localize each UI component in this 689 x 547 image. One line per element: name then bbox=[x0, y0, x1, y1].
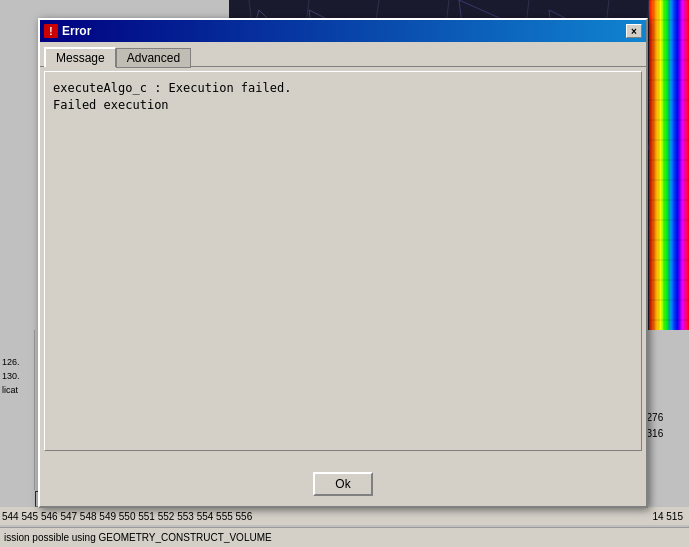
tab-bar: Message Advanced bbox=[40, 42, 646, 67]
tab-advanced[interactable]: Advanced bbox=[116, 48, 191, 68]
message-text: executeAlgo_c : Execution failed. Failed… bbox=[53, 80, 633, 114]
error-dialog: ! Error × Message Advanced executeAlgo_c… bbox=[38, 18, 648, 508]
error-icon: ! bbox=[44, 24, 58, 38]
ok-button[interactable]: Ok bbox=[313, 472, 373, 496]
button-bar: Ok bbox=[40, 472, 646, 496]
svg-text:!: ! bbox=[49, 26, 52, 37]
status-bar: ission possible using GEOMETRY_CONSTRUCT… bbox=[0, 527, 689, 547]
title-bar-left: ! Error bbox=[44, 24, 91, 38]
dialog-title: Error bbox=[62, 24, 91, 38]
close-button[interactable]: × bbox=[626, 24, 642, 38]
left-panel-label: 126. 130. licat bbox=[2, 355, 20, 397]
message-content-area: executeAlgo_c : Execution failed. Failed… bbox=[44, 71, 642, 451]
dialog-title-bar: ! Error × bbox=[40, 20, 646, 42]
coordinate-row: 544 545 546 547 548 549 550 551 552 553 … bbox=[0, 507, 689, 525]
tab-message[interactable]: Message bbox=[44, 47, 116, 67]
left-panel bbox=[0, 330, 35, 490]
